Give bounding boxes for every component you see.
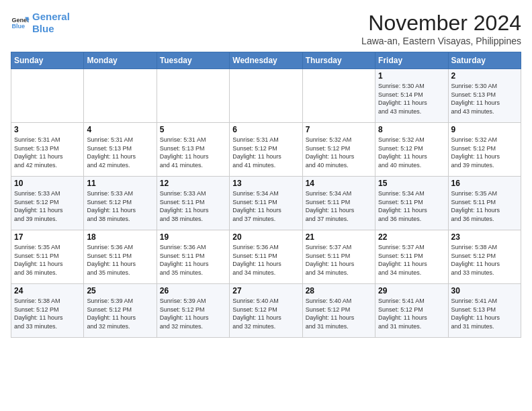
day-info: Sunrise: 5:35 AMSunset: 5:11 PMDaylight:… (14, 243, 81, 277)
calendar-cell: 1Sunrise: 5:30 AMSunset: 5:14 PMDaylight… (375, 69, 448, 123)
calendar-cell: 16Sunrise: 5:35 AMSunset: 5:11 PMDayligh… (448, 177, 521, 230)
calendar-cell (230, 69, 302, 123)
calendar-cell: 4Sunrise: 5:31 AMSunset: 5:13 PMDaylight… (84, 123, 157, 177)
calendar-cell: 20Sunrise: 5:36 AMSunset: 5:11 PMDayligh… (230, 230, 302, 284)
day-info: Sunrise: 5:35 AMSunset: 5:11 PMDaylight:… (451, 189, 518, 223)
calendar-cell: 25Sunrise: 5:39 AMSunset: 5:12 PMDayligh… (84, 284, 157, 338)
day-info: Sunrise: 5:40 AMSunset: 5:12 PMDaylight:… (306, 297, 372, 330)
day-number: 12 (160, 179, 226, 188)
calendar-cell (302, 69, 375, 123)
day-info: Sunrise: 5:40 AMSunset: 5:12 PMDaylight:… (232, 297, 299, 330)
svg-text:Blue: Blue (11, 23, 25, 30)
day-info: Sunrise: 5:39 AMSunset: 5:12 PMDaylight:… (87, 297, 153, 330)
day-number: 7 (306, 125, 372, 134)
day-info: Sunrise: 5:41 AMSunset: 5:13 PMDaylight:… (451, 297, 518, 330)
day-number: 11 (87, 179, 153, 188)
day-number: 10 (14, 179, 81, 188)
calendar-cell: 28Sunrise: 5:40 AMSunset: 5:12 PMDayligh… (302, 284, 375, 338)
calendar-cell (157, 69, 229, 123)
day-info: Sunrise: 5:31 AMSunset: 5:13 PMDaylight:… (87, 136, 153, 169)
day-number: 4 (87, 125, 153, 134)
day-info: Sunrise: 5:41 AMSunset: 5:12 PMDaylight:… (378, 297, 445, 330)
calendar-cell (84, 69, 157, 123)
day-info: Sunrise: 5:33 AMSunset: 5:11 PMDaylight:… (160, 189, 226, 223)
day-number: 24 (14, 286, 81, 295)
day-info: Sunrise: 5:34 AMSunset: 5:11 PMDaylight:… (232, 189, 299, 223)
day-number: 28 (306, 286, 372, 295)
day-info: Sunrise: 5:31 AMSunset: 5:13 PMDaylight:… (160, 136, 226, 169)
calendar-cell: 30Sunrise: 5:41 AMSunset: 5:13 PMDayligh… (448, 284, 521, 338)
calendar-cell (11, 69, 84, 123)
calendar-week-5: 24Sunrise: 5:38 AMSunset: 5:12 PMDayligh… (11, 284, 521, 338)
calendar-cell: 3Sunrise: 5:31 AMSunset: 5:13 PMDaylight… (11, 123, 84, 177)
day-number: 8 (378, 125, 445, 134)
day-info: Sunrise: 5:36 AMSunset: 5:11 PMDaylight:… (87, 243, 153, 277)
day-number: 9 (451, 125, 518, 134)
calendar-cell: 19Sunrise: 5:36 AMSunset: 5:11 PMDayligh… (157, 230, 229, 284)
day-number: 17 (14, 232, 81, 242)
calendar-cell: 15Sunrise: 5:34 AMSunset: 5:11 PMDayligh… (375, 177, 448, 230)
calendar-week-4: 17Sunrise: 5:35 AMSunset: 5:11 PMDayligh… (11, 230, 521, 284)
day-number: 18 (87, 232, 153, 242)
page-header: General Blue GeneralBlue November 2024 L… (11, 11, 521, 46)
calendar-week-1: 1Sunrise: 5:30 AMSunset: 5:14 PMDaylight… (11, 69, 521, 123)
calendar-cell: 21Sunrise: 5:37 AMSunset: 5:11 PMDayligh… (302, 230, 375, 284)
calendar-cell: 5Sunrise: 5:31 AMSunset: 5:13 PMDaylight… (157, 123, 229, 177)
calendar-week-2: 3Sunrise: 5:31 AMSunset: 5:13 PMDaylight… (11, 123, 521, 177)
weekday-header-saturday: Saturday (448, 52, 521, 69)
day-info: Sunrise: 5:31 AMSunset: 5:13 PMDaylight:… (14, 136, 81, 169)
day-info: Sunrise: 5:39 AMSunset: 5:12 PMDaylight:… (160, 297, 226, 330)
calendar-cell: 29Sunrise: 5:41 AMSunset: 5:12 PMDayligh… (375, 284, 448, 338)
day-number: 1 (378, 71, 445, 81)
calendar-cell: 24Sunrise: 5:38 AMSunset: 5:12 PMDayligh… (11, 284, 84, 338)
day-number: 15 (378, 179, 445, 188)
month-title: November 2024 (361, 11, 521, 36)
weekday-header-monday: Monday (84, 52, 157, 69)
weekday-header-sunday: Sunday (11, 52, 84, 69)
day-number: 22 (378, 232, 445, 242)
day-info: Sunrise: 5:38 AMSunset: 5:12 PMDaylight:… (14, 297, 81, 330)
day-info: Sunrise: 5:34 AMSunset: 5:11 PMDaylight:… (378, 189, 445, 223)
day-number: 29 (378, 286, 445, 295)
logo-icon: General Blue (11, 13, 30, 32)
logo: General Blue GeneralBlue (11, 11, 70, 35)
weekday-header-tuesday: Tuesday (157, 52, 229, 69)
day-number: 30 (451, 286, 518, 295)
day-number: 5 (160, 125, 226, 134)
day-info: Sunrise: 5:30 AMSunset: 5:13 PMDaylight:… (451, 82, 518, 116)
day-number: 27 (232, 286, 299, 295)
weekday-header-row: SundayMondayTuesdayWednesdayThursdayFrid… (11, 52, 521, 69)
calendar-cell: 13Sunrise: 5:34 AMSunset: 5:11 PMDayligh… (230, 177, 302, 230)
day-number: 2 (451, 71, 518, 81)
calendar-cell: 11Sunrise: 5:33 AMSunset: 5:12 PMDayligh… (84, 177, 157, 230)
day-number: 14 (306, 179, 372, 188)
weekday-header-wednesday: Wednesday (230, 52, 302, 69)
day-info: Sunrise: 5:36 AMSunset: 5:11 PMDaylight:… (160, 243, 226, 277)
calendar-cell: 14Sunrise: 5:34 AMSunset: 5:11 PMDayligh… (302, 177, 375, 230)
calendar-cell: 9Sunrise: 5:32 AMSunset: 5:12 PMDaylight… (448, 123, 521, 177)
calendar-cell: 10Sunrise: 5:33 AMSunset: 5:12 PMDayligh… (11, 177, 84, 230)
calendar-week-3: 10Sunrise: 5:33 AMSunset: 5:12 PMDayligh… (11, 177, 521, 230)
calendar-cell: 27Sunrise: 5:40 AMSunset: 5:12 PMDayligh… (230, 284, 302, 338)
calendar-cell: 26Sunrise: 5:39 AMSunset: 5:12 PMDayligh… (157, 284, 229, 338)
day-number: 6 (232, 125, 299, 134)
calendar-cell: 8Sunrise: 5:32 AMSunset: 5:12 PMDaylight… (375, 123, 448, 177)
location: Lawa-an, Eastern Visayas, Philippines (361, 36, 521, 46)
calendar-table: SundayMondayTuesdayWednesdayThursdayFrid… (11, 52, 521, 338)
calendar-cell: 6Sunrise: 5:31 AMSunset: 5:12 PMDaylight… (230, 123, 302, 177)
day-info: Sunrise: 5:32 AMSunset: 5:12 PMDaylight:… (451, 136, 518, 169)
logo-text: GeneralBlue (32, 11, 70, 35)
day-number: 3 (14, 125, 81, 134)
calendar-cell: 18Sunrise: 5:36 AMSunset: 5:11 PMDayligh… (84, 230, 157, 284)
day-info: Sunrise: 5:33 AMSunset: 5:12 PMDaylight:… (14, 189, 81, 223)
day-info: Sunrise: 5:34 AMSunset: 5:11 PMDaylight:… (306, 189, 372, 223)
day-info: Sunrise: 5:37 AMSunset: 5:11 PMDaylight:… (378, 243, 445, 277)
day-info: Sunrise: 5:32 AMSunset: 5:12 PMDaylight:… (306, 136, 372, 169)
calendar-cell: 12Sunrise: 5:33 AMSunset: 5:11 PMDayligh… (157, 177, 229, 230)
day-number: 23 (451, 232, 518, 242)
day-info: Sunrise: 5:33 AMSunset: 5:12 PMDaylight:… (87, 189, 153, 223)
day-info: Sunrise: 5:38 AMSunset: 5:12 PMDaylight:… (451, 243, 518, 277)
calendar-cell: 7Sunrise: 5:32 AMSunset: 5:12 PMDaylight… (302, 123, 375, 177)
day-number: 26 (160, 286, 226, 295)
calendar-cell: 23Sunrise: 5:38 AMSunset: 5:12 PMDayligh… (448, 230, 521, 284)
